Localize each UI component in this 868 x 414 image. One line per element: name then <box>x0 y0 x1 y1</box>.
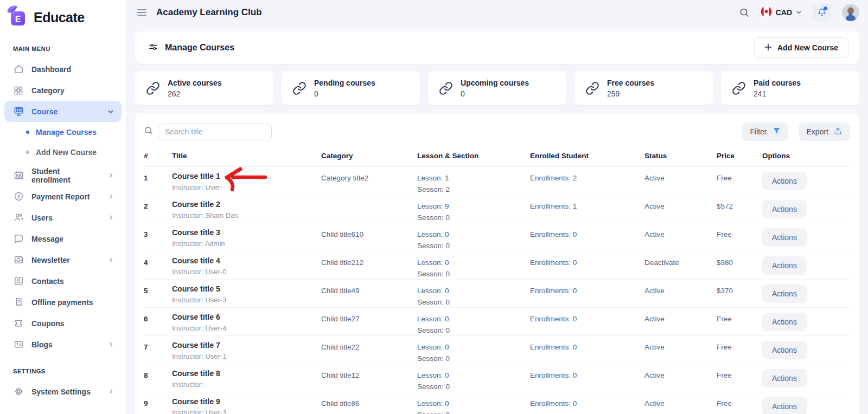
link-icon <box>732 81 746 95</box>
course-title[interactable]: Course title 1 <box>172 172 321 180</box>
funnel-icon <box>773 127 781 137</box>
sidebar-item-blogs[interactable]: Blogs <box>4 334 122 355</box>
table-toolbar: Filter Export <box>144 120 851 143</box>
stat-label: Upcoming courses <box>461 79 529 87</box>
add-new-course-button[interactable]: Add New Course <box>754 37 848 58</box>
sidebar-item-label: Payment Report <box>31 192 100 201</box>
actions-button[interactable]: Actions <box>762 284 807 303</box>
upload-icon <box>834 127 842 137</box>
currency-selector[interactable]: CAD <box>761 6 802 20</box>
chevron-right-icon <box>108 193 114 199</box>
actions-button[interactable]: Actions <box>762 256 807 275</box>
row-number: 7 <box>144 341 172 351</box>
actions-button[interactable]: Actions <box>762 172 807 190</box>
sidebar-item-payment-report[interactable]: $ Payment Report <box>4 186 122 207</box>
actions-button[interactable]: Actions <box>762 313 807 331</box>
stat-value: 0 <box>314 89 375 98</box>
sidebar-item-offline-payments[interactable]: Offline payments <box>4 292 122 313</box>
brand-name: Educate <box>34 10 85 25</box>
course-title[interactable]: Course title 7 <box>172 341 321 350</box>
courses-table-card: Filter Export # Title Category Lesson & … <box>135 113 859 414</box>
stat-card-pending-courses: Pending courses0 <box>282 71 420 105</box>
export-button[interactable]: Export <box>799 122 850 141</box>
sidebar-item-message[interactable]: Message <box>4 228 122 249</box>
home-icon <box>13 64 24 75</box>
sliders-filter-icon <box>148 42 158 54</box>
brand-logo[interactable]: E Educate <box>0 0 126 30</box>
sidebar-subitem-label: Manage Courses <box>36 128 97 137</box>
course-price: $980 <box>717 256 762 267</box>
course-status: Active <box>644 228 717 238</box>
session-count: Sesson: 0 <box>417 270 530 278</box>
course-instructor: Instructor: Admin <box>172 240 321 248</box>
actions-button[interactable]: Actions <box>762 397 807 414</box>
lesson-count: Lesson: 0 <box>417 230 530 238</box>
hamburger-menu-icon[interactable] <box>137 9 146 16</box>
course-title[interactable]: Course title 9 <box>172 397 321 406</box>
sidebar-item-student-enrollment[interactable]: Student enrollment <box>4 165 122 186</box>
stat-card-active-courses: Active courses262 <box>135 71 273 105</box>
sidebar-item-system-settings[interactable]: System Settings <box>4 381 122 402</box>
lesson-count: Lesson: 0 <box>417 287 530 295</box>
contacts-icon <box>13 276 24 287</box>
course-title[interactable]: Course title 4 <box>172 256 321 265</box>
currency-code: CAD <box>776 8 792 17</box>
filter-button[interactable]: Filter <box>742 122 788 141</box>
col-header: Options <box>762 152 851 160</box>
sidebar-item-dashboard[interactable]: Dashboard <box>4 59 122 80</box>
course-category: Category title2 <box>321 172 417 182</box>
sidebar-item-label: Offline payments <box>31 298 114 307</box>
table-row: 3 Course title 3Instructor: Admin Child … <box>144 223 851 251</box>
page-header-card: Manage Courses Add New Course <box>135 31 859 64</box>
sidebar-item-label: Student enrollment <box>31 167 100 184</box>
sidebar-item-contacts[interactable]: Contacts <box>4 270 122 292</box>
search-title-input[interactable] <box>158 124 272 140</box>
page-title: Manage Courses <box>165 43 234 53</box>
stat-value: 262 <box>168 89 222 98</box>
actions-button[interactable]: Actions <box>762 200 807 218</box>
sidebar-subitem-manage-courses[interactable]: Manage Courses <box>0 122 126 142</box>
course-title[interactable]: Course title 5 <box>172 284 321 293</box>
gear-icon <box>13 386 24 397</box>
search-icon <box>144 126 154 138</box>
course-status: Active <box>644 284 717 295</box>
enrollments: Enrollments: 0 <box>530 228 644 238</box>
course-title[interactable]: Course title 6 <box>172 313 321 321</box>
search-icon[interactable] <box>739 7 750 18</box>
course-title[interactable]: Course title 2 <box>172 200 321 209</box>
notifications-button[interactable] <box>813 3 831 22</box>
actions-button[interactable]: Actions <box>762 228 807 247</box>
chevron-right-icon <box>108 215 114 221</box>
enrollments: Enrollments: 0 <box>530 313 644 323</box>
course-status: Active <box>644 313 717 323</box>
sidebar-item-newsletter[interactable]: Newsletter <box>4 249 122 270</box>
course-instructor: Instructor: User-0 <box>172 268 321 276</box>
coupon-ticket-icon <box>13 318 24 329</box>
stat-label: Free courses <box>607 79 654 87</box>
sidebar-subitem-add-new-course[interactable]: Add New Course <box>0 142 126 162</box>
row-number: 4 <box>144 256 172 267</box>
user-avatar[interactable] <box>842 4 859 21</box>
stat-value: 259 <box>607 89 654 98</box>
course-title[interactable]: Course title 3 <box>172 228 321 237</box>
app-root: E Educate MAIN MENU Dashboard Category C… <box>0 0 868 414</box>
sidebar: E Educate MAIN MENU Dashboard Category C… <box>0 0 126 414</box>
course-instructor: Instructor: User- <box>172 183 321 191</box>
sidebar-item-users[interactable]: Users <box>4 207 122 228</box>
table-row: 1 Course title 1Instructor: User- Catego… <box>144 167 851 195</box>
chevron-down-icon <box>107 108 114 115</box>
course-title[interactable]: Course title 8 <box>172 369 321 378</box>
actions-button[interactable]: Actions <box>762 369 807 387</box>
sidebar-item-course[interactable]: Course <box>4 101 122 122</box>
sidebar-item-category[interactable]: Category <box>4 80 122 101</box>
sidebar-item-label: Newsletter <box>31 256 100 264</box>
notification-dot <box>824 7 827 10</box>
col-header: # <box>144 152 172 160</box>
sidebar-item-label: System Settings <box>31 387 100 396</box>
course-category: Child title12 <box>321 369 417 379</box>
session-count: Sesson: 0 <box>417 354 530 363</box>
actions-button[interactable]: Actions <box>762 341 807 359</box>
row-number: 1 <box>144 172 172 182</box>
sidebar-item-coupons[interactable]: Coupons <box>4 313 122 334</box>
message-icon <box>13 234 24 244</box>
